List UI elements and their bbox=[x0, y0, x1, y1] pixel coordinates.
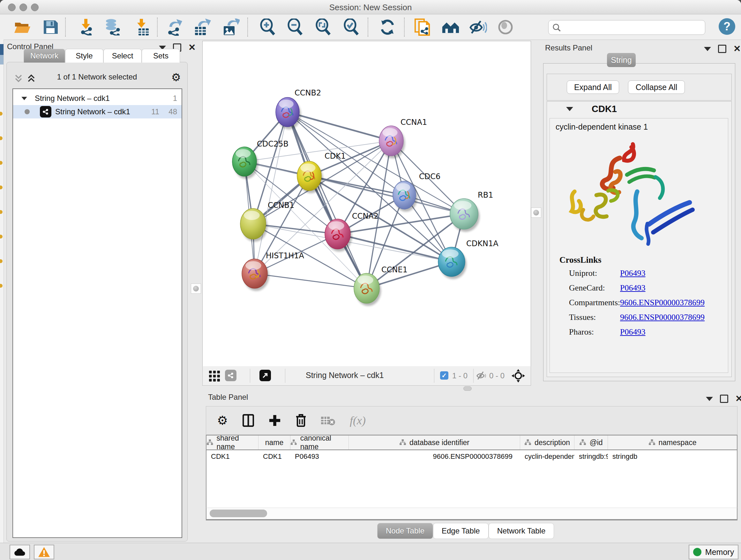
network-edge-CDK1-CCNA1[interactable] bbox=[309, 141, 391, 176]
grid-view-icon[interactable] bbox=[209, 371, 220, 381]
network-node-CDKN1A[interactable] bbox=[438, 247, 467, 279]
import-table-file-button[interactable] bbox=[133, 18, 151, 36]
save-session-button[interactable] bbox=[42, 18, 59, 36]
gear-icon[interactable]: ⚙ bbox=[172, 72, 181, 83]
zoom-out-button[interactable] bbox=[286, 18, 305, 36]
import-network-database-button[interactable] bbox=[104, 18, 122, 36]
export-table-button[interactable] bbox=[193, 18, 211, 36]
table-cell[interactable]: CDK1 bbox=[206, 450, 259, 463]
network-row[interactable]: String Network – cdk1 11 48 bbox=[13, 105, 182, 118]
open-session-button[interactable] bbox=[13, 18, 31, 36]
close-panel-icon[interactable]: ✕ bbox=[735, 395, 741, 402]
node-label-CDC25B: CDC25B bbox=[257, 139, 288, 148]
close-panel-icon[interactable]: ✕ bbox=[733, 46, 741, 52]
tab-node-table[interactable]: Node Table bbox=[377, 523, 433, 539]
zoom-fit-button[interactable] bbox=[315, 18, 333, 36]
network-edge-CCNE1-HIST1H1A[interactable] bbox=[255, 273, 367, 288]
search-input[interactable] bbox=[564, 22, 702, 33]
import-network-file-button[interactable] bbox=[77, 18, 95, 36]
crosslink-row: GeneCard:P06493 bbox=[569, 283, 725, 293]
network-collection-row[interactable]: String Network – cdk1 1 bbox=[13, 91, 182, 105]
crosslink-link[interactable]: 9606.ENSP00000378699 bbox=[620, 313, 704, 322]
column-header-database-identifier[interactable]: database identifier bbox=[349, 435, 520, 449]
export-image-button[interactable] bbox=[222, 18, 240, 36]
column-header-description[interactable]: description bbox=[520, 435, 575, 449]
close-panel-icon[interactable]: ✕ bbox=[188, 44, 196, 51]
tab-edge-table[interactable]: Edge Table bbox=[433, 523, 488, 539]
clone-network-button[interactable] bbox=[414, 18, 431, 36]
table-cell[interactable]: stringdb bbox=[608, 450, 737, 463]
network-status-dot bbox=[24, 109, 30, 114]
tab-network[interactable]: Network bbox=[23, 49, 65, 63]
tab-string[interactable]: String bbox=[607, 53, 636, 67]
column-header-canonical-name[interactable]: canonical name bbox=[290, 435, 349, 449]
panel-menu-icon[interactable] bbox=[706, 397, 713, 401]
table-cell[interactable]: CDK1 bbox=[259, 450, 290, 463]
tab-select[interactable]: Select bbox=[104, 49, 142, 63]
left-splitter-handle[interactable] bbox=[191, 284, 201, 294]
section-expander-icon[interactable] bbox=[566, 107, 573, 111]
delete-column-icon[interactable] bbox=[295, 414, 307, 427]
warning-status-button[interactable] bbox=[34, 545, 54, 559]
zoom-selected-button[interactable] bbox=[343, 18, 360, 36]
group-nodes-button[interactable] bbox=[442, 18, 460, 36]
float-panel-icon[interactable] bbox=[720, 395, 728, 403]
network-node-CDC25B[interactable] bbox=[232, 147, 258, 179]
gene-section-header[interactable]: CDK1 bbox=[547, 102, 731, 116]
expand-all-button[interactable]: Expand All bbox=[567, 80, 619, 94]
collapse-all-button[interactable]: Collapse All bbox=[628, 80, 685, 94]
network-edge-CCNB2-CCNE1[interactable] bbox=[287, 112, 367, 288]
tab-sets[interactable]: Sets bbox=[142, 49, 180, 63]
network-canvas[interactable]: CCNB2CCNA1CDC25BCDK1CDC6RB1CCNB1CCNA2CDK… bbox=[202, 41, 531, 367]
memory-button[interactable]: Memory bbox=[689, 545, 738, 559]
show-all-button[interactable] bbox=[496, 18, 515, 36]
network-node-RB1[interactable] bbox=[450, 199, 480, 232]
fit-selection-crosshair-icon[interactable] bbox=[512, 369, 525, 382]
crosslink-link[interactable]: P06493 bbox=[620, 268, 645, 278]
string-network-graph[interactable]: CCNB2CCNA1CDC25BCDK1CDC6RB1CCNB1CCNA2CDK… bbox=[203, 41, 531, 366]
table-horizontal-scrollbar[interactable] bbox=[206, 508, 738, 520]
add-column-icon[interactable] bbox=[269, 415, 281, 427]
crosslink-link[interactable]: 9606.ENSP00000378699 bbox=[620, 298, 704, 307]
help-button[interactable]: ? bbox=[719, 18, 735, 35]
table-cell[interactable]: stringdb:9... bbox=[575, 450, 608, 463]
table-row[interactable]: CDK1CDK1P064939606.ENSP00000378699cyclin… bbox=[206, 450, 737, 463]
network-node-CCNA1[interactable] bbox=[379, 126, 405, 159]
scrollbar-thumb[interactable] bbox=[210, 509, 267, 517]
table-cell[interactable]: P06493 bbox=[290, 450, 349, 463]
table-cell[interactable]: 9606.ENSP00000378699 bbox=[349, 450, 520, 463]
network-node-CCNE1[interactable] bbox=[354, 273, 381, 306]
column-header-id[interactable]: @id bbox=[575, 435, 608, 449]
show-columns-icon[interactable] bbox=[243, 414, 254, 427]
network-node-CCNB2[interactable] bbox=[276, 98, 301, 129]
table-cell[interactable]: cyclin-dependent ... bbox=[520, 450, 575, 463]
cloud-status-button[interactable] bbox=[10, 545, 30, 559]
network-view-title: String Network – cdk1 bbox=[306, 371, 384, 380]
network-node-CCNB1[interactable] bbox=[240, 208, 267, 242]
crosslink-link[interactable]: P06493 bbox=[620, 327, 645, 337]
node-label-RB1: RB1 bbox=[478, 191, 493, 199]
network-edge-CCNB2-HIST1H1A[interactable] bbox=[255, 112, 287, 273]
open-in-window-button[interactable] bbox=[259, 370, 271, 381]
crosslink-link[interactable]: P06493 bbox=[620, 283, 645, 293]
network-node-CCNA2[interactable] bbox=[325, 219, 352, 252]
float-panel-icon[interactable] bbox=[718, 45, 726, 53]
selected-checkbox[interactable]: ✓ bbox=[440, 371, 448, 380]
collection-expander-icon[interactable] bbox=[21, 97, 27, 100]
export-network-button[interactable] bbox=[166, 18, 184, 36]
export-network-icon bbox=[166, 18, 184, 36]
tab-style[interactable]: Style bbox=[65, 49, 104, 63]
zoom-in-button[interactable] bbox=[259, 18, 277, 36]
column-header-name[interactable]: name bbox=[259, 435, 290, 449]
refresh-button[interactable] bbox=[379, 18, 396, 36]
column-header-namespace[interactable]: namespace bbox=[608, 435, 737, 449]
hidden-eye-slash-icon[interactable] bbox=[476, 371, 487, 380]
panel-menu-icon[interactable] bbox=[704, 47, 711, 51]
import-table-icon bbox=[133, 19, 150, 36]
tab-network-table[interactable]: Network Table bbox=[488, 523, 554, 539]
hide-selected-button[interactable] bbox=[469, 18, 487, 36]
column-header-shared-name[interactable]: shared name bbox=[206, 435, 259, 449]
network-node-CDK1[interactable] bbox=[297, 161, 323, 193]
network-badge-icon[interactable] bbox=[225, 370, 237, 381]
table-settings-gear-icon[interactable]: ⚙ bbox=[217, 415, 228, 426]
